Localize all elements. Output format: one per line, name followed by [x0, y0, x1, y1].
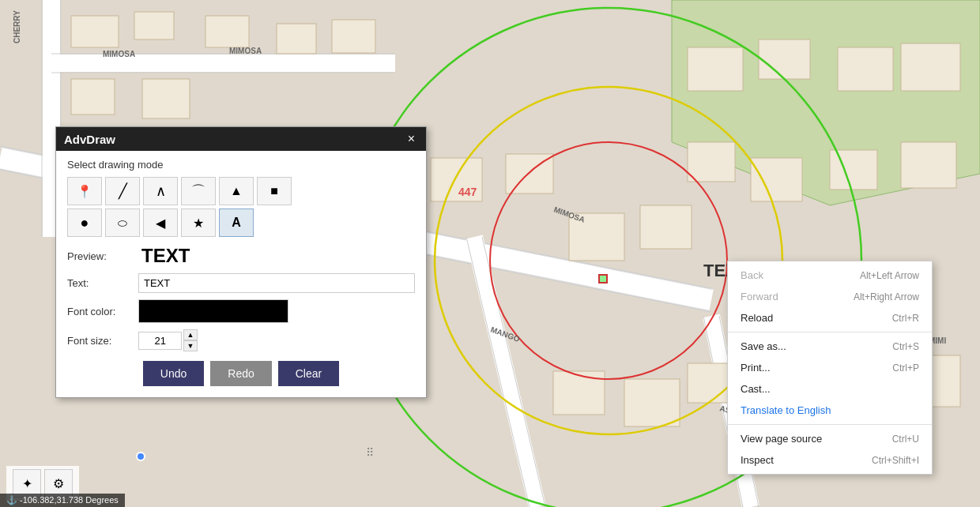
ctx-back[interactable]: Back Alt+Left Arrow	[728, 265, 932, 286]
ctx-save-as-shortcut: Ctrl+S	[892, 341, 919, 352]
svg-line-12	[482, 237, 545, 507]
tool-text[interactable]: A	[219, 208, 254, 237]
ctx-forward[interactable]: Forward Alt+Right Arrow	[728, 286, 932, 307]
tool-curve[interactable]: ⌒	[181, 177, 216, 205]
ctx-save-as[interactable]: Save as... Ctrl+S	[728, 336, 932, 357]
tool-star[interactable]: ★	[181, 208, 216, 237]
blue-dot-marker	[136, 452, 145, 461]
advdraw-panel: AdvDraw × Select drawing mode 📍 ╱ ∧ ⌒ ▲ …	[55, 126, 427, 398]
tool-pin[interactable]: 📍	[67, 177, 102, 205]
svg-text:MIMOSA: MIMOSA	[103, 50, 135, 58]
svg-rect-19	[71, 16, 119, 47]
action-row: Undo Redo Clear	[67, 361, 415, 386]
ctx-cast[interactable]: Cast...	[728, 378, 932, 400]
ctx-view-source[interactable]: View page source Ctrl+U	[728, 428, 932, 449]
svg-rect-28	[838, 47, 893, 91]
svg-rect-22	[142, 79, 190, 118]
advdraw-title: AdvDraw	[64, 133, 115, 146]
svg-rect-31	[506, 154, 553, 193]
ctx-forward-shortcut: Alt+Right Arrow	[854, 291, 919, 302]
ctx-save-as-label: Save as...	[741, 340, 786, 352]
panel-drag-handle[interactable]: ⠿	[366, 446, 374, 459]
coordinates-bar: ⚓ -106.382,31.738 Degrees	[0, 494, 125, 507]
svg-rect-32	[569, 213, 624, 261]
text-input[interactable]	[138, 273, 415, 293]
ctx-cast-label: Cast...	[741, 383, 771, 395]
font-color-label: Font color:	[67, 306, 138, 317]
ctx-print-shortcut: Ctrl+P	[892, 362, 919, 374]
svg-text:MIMOSA: MIMOSA	[552, 205, 586, 224]
svg-rect-29	[901, 43, 960, 91]
svg-rect-33	[640, 205, 692, 249]
tool-rectangle[interactable]: ■	[257, 177, 292, 205]
svg-text:MIMOSA: MIMOSA	[229, 47, 262, 55]
text-label: Text:	[67, 277, 138, 289]
ctx-inspect[interactable]: Inspect Ctrl+Shift+I	[728, 449, 932, 471]
preview-text: TEXT	[141, 245, 190, 267]
svg-rect-21	[134, 12, 174, 39]
tool-polyline[interactable]: ∧	[143, 177, 178, 205]
svg-text:MANGO: MANGO	[489, 325, 521, 344]
clear-button[interactable]: Clear	[278, 361, 339, 386]
undo-button[interactable]: Undo	[143, 361, 204, 386]
svg-rect-55	[599, 275, 607, 283]
ctx-sep-1	[728, 332, 932, 332]
tool-ellipse[interactable]: ⬭	[105, 208, 140, 237]
svg-rect-39	[624, 379, 680, 426]
font-size-row: Font size: ▲ ▼	[67, 329, 415, 351]
font-size-wrapper: ▲ ▼	[138, 329, 198, 351]
svg-rect-38	[553, 371, 605, 415]
preview-label: Preview:	[67, 250, 138, 262]
tool-line[interactable]: ╱	[105, 177, 140, 205]
advdraw-mode-label: Select drawing mode	[67, 159, 415, 171]
svg-rect-34	[688, 142, 735, 182]
svg-rect-27	[759, 39, 810, 79]
preview-row: Preview: TEXT	[67, 245, 415, 267]
ctx-back-label: Back	[741, 269, 763, 281]
ctx-translate-label: Translate to English	[741, 404, 831, 416]
font-size-up[interactable]: ▲	[183, 329, 198, 340]
svg-text:447: 447	[458, 186, 477, 198]
ctx-inspect-shortcut: Ctrl+Shift+I	[872, 455, 919, 466]
svg-rect-20	[71, 79, 115, 115]
coordinates-icon: ⚓	[6, 495, 17, 505]
svg-rect-26	[688, 47, 743, 91]
ctx-print-label: Print...	[741, 362, 771, 374]
font-color-swatch[interactable]	[138, 299, 288, 323]
tool-grid: 📍 ╱ ∧ ⌒ ▲ ■ ● ⬭ ◀ ★ A	[67, 177, 415, 237]
ctx-forward-label: Forward	[741, 291, 778, 302]
tool-triangle[interactable]: ▲	[219, 177, 254, 205]
svg-rect-37	[901, 142, 956, 188]
svg-line-10	[474, 237, 537, 507]
svg-text:CHERRY: CHERRY	[13, 10, 21, 43]
svg-rect-30	[431, 158, 482, 201]
svg-rect-36	[830, 150, 877, 190]
ctx-reload-shortcut: Ctrl+R	[892, 313, 919, 324]
ctx-inspect-label: Inspect	[741, 454, 774, 466]
svg-rect-35	[751, 158, 802, 201]
font-size-down[interactable]: ▼	[183, 340, 198, 351]
ctx-print[interactable]: Print... Ctrl+P	[728, 357, 932, 378]
font-size-label: Font size:	[67, 335, 138, 347]
tool-circle[interactable]: ●	[67, 208, 102, 237]
tool-arrow[interactable]: ◀	[143, 208, 178, 237]
svg-point-46	[490, 142, 727, 379]
ctx-reload[interactable]: Reload Ctrl+R	[728, 307, 932, 329]
advdraw-titlebar: AdvDraw ×	[56, 127, 426, 151]
advdraw-close-button[interactable]: ×	[405, 132, 418, 146]
font-size-spinner: ▲ ▼	[183, 329, 198, 351]
advdraw-body: Select drawing mode 📍 ╱ ∧ ⌒ ▲ ■ ● ⬭ ◀ ★ …	[56, 151, 426, 397]
svg-line-11	[466, 237, 530, 507]
ctx-back-shortcut: Alt+Left Arrow	[860, 270, 919, 281]
ctx-view-source-label: View page source	[741, 433, 822, 445]
font-size-input[interactable]	[138, 332, 182, 350]
ctx-reload-label: Reload	[741, 312, 773, 324]
svg-rect-24	[277, 24, 316, 54]
svg-marker-1	[672, 0, 980, 205]
context-menu: Back Alt+Left Arrow Forward Alt+Right Ar…	[727, 261, 933, 475]
svg-rect-23	[205, 16, 249, 47]
coordinates-text: -106.382,31.738 Degrees	[20, 495, 119, 505]
redo-button[interactable]: Redo	[210, 361, 271, 386]
ctx-translate[interactable]: Translate to English	[728, 400, 932, 421]
svg-rect-25	[332, 20, 375, 53]
